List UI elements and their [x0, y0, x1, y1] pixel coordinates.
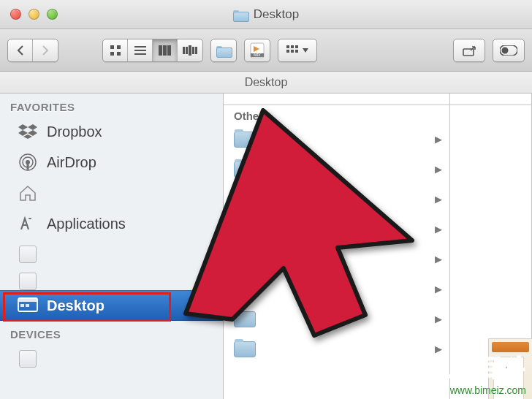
window-title: Desktop	[254, 7, 299, 22]
list-icon	[134, 45, 146, 56]
folder-icon	[234, 311, 256, 327]
applications-icon	[18, 213, 38, 234]
chevron-right-icon: ▶	[435, 284, 442, 294]
sidebar-item-airdrop[interactable]: AirDrop	[0, 147, 223, 178]
quicklook-button[interactable]: M4V	[244, 39, 270, 62]
svg-rect-2	[110, 52, 114, 56]
sidebar-item-label: Desktop	[47, 297, 104, 314]
folder-icon	[216, 45, 231, 56]
minimize-button[interactable]	[28, 9, 39, 20]
svg-rect-5	[134, 50, 146, 51]
folder-icon	[234, 132, 256, 148]
zoom-button[interactable]	[47, 9, 58, 20]
svg-rect-34	[20, 304, 24, 307]
watermark-text: 生活百科	[427, 352, 526, 384]
svg-text:M4V: M4V	[254, 53, 260, 57]
home-icon	[18, 183, 38, 203]
sidebar-section-favorites: FAVORITES	[0, 94, 223, 116]
chevron-right-icon	[41, 45, 50, 56]
chevron-left-icon	[16, 45, 25, 56]
columns-icon	[159, 45, 172, 56]
watermark: 生活百科 www.bimeiz.com	[427, 352, 526, 396]
chevron-right-icon: ▶	[435, 194, 442, 205]
sidebar-item-label: Dropbox	[47, 123, 102, 140]
svg-rect-13	[192, 47, 194, 54]
svg-rect-22	[286, 50, 289, 53]
svg-rect-3	[117, 52, 121, 56]
folder-row[interactable]: ▶	[224, 304, 449, 334]
dropbox-icon	[18, 121, 38, 142]
folder-row[interactable]: ▶	[224, 184, 449, 214]
sidebar-item-drive-1[interactable]	[0, 239, 223, 270]
folder-row[interactable]: ▶	[224, 124, 449, 154]
svg-rect-8	[163, 45, 167, 56]
traffic-lights	[10, 9, 58, 20]
svg-rect-21	[295, 45, 298, 48]
back-button[interactable]	[8, 39, 33, 61]
svg-rect-20	[291, 45, 294, 48]
drive-icon	[18, 244, 38, 265]
svg-rect-19	[286, 45, 289, 48]
folder-icon	[234, 191, 256, 208]
column-header	[450, 94, 531, 105]
folder-row[interactable]: ▶	[224, 334, 449, 364]
svg-rect-35	[26, 304, 29, 307]
svg-rect-10	[183, 47, 185, 54]
toolbar: M4V	[0, 29, 532, 72]
column-header	[224, 94, 449, 105]
drive-icon	[18, 271, 38, 290]
icon-view-button[interactable]	[103, 39, 128, 61]
sidebar: FAVORITES Dropbox AirDrop Applications	[0, 94, 224, 399]
folder-row[interactable]: ▶	[224, 154, 449, 184]
coverflow-view-button[interactable]	[178, 39, 202, 61]
column-1[interactable]: Other ▶▶▶▶▶▶▶▶	[224, 94, 450, 399]
chevron-right-icon: ▶	[435, 314, 442, 324]
svg-rect-23	[291, 50, 294, 53]
sidebar-item-label: AirDrop	[47, 154, 96, 171]
close-button[interactable]	[10, 9, 21, 20]
arrange-button[interactable]	[278, 39, 317, 62]
list-view-button[interactable]	[128, 39, 153, 61]
path-folder-button[interactable]	[210, 39, 237, 62]
m4v-file-icon: M4V	[249, 42, 265, 58]
share-icon	[462, 45, 476, 56]
folder-row[interactable]: ▶	[224, 274, 449, 304]
svg-rect-6	[134, 53, 146, 55]
sidebar-item-drive-2[interactable]	[0, 270, 223, 290]
share-button[interactable]	[453, 39, 485, 62]
title-folder-icon	[233, 9, 248, 20]
folder-row[interactable]: ▶	[224, 214, 449, 244]
chevron-right-icon: ▶	[435, 224, 442, 235]
sidebar-item-desktop[interactable]: Desktop	[0, 290, 223, 321]
tags-button[interactable]	[493, 39, 525, 62]
svg-rect-31	[27, 162, 29, 170]
nav-back-forward	[7, 39, 58, 62]
folder-icon	[234, 281, 256, 297]
airdrop-icon	[18, 152, 38, 172]
sidebar-item-dropbox[interactable]: Dropbox	[0, 116, 223, 147]
group-label: Other	[224, 105, 449, 124]
path-label: Desktop	[245, 76, 288, 89]
coverflow-icon	[183, 45, 197, 56]
view-switcher	[102, 39, 203, 62]
chevron-right-icon: ▶	[435, 134, 442, 145]
folder-row[interactable]: ▶	[224, 244, 449, 274]
watermark-url: www.bimeiz.com	[427, 384, 526, 396]
svg-rect-24	[295, 50, 298, 53]
folder-icon	[234, 251, 256, 267]
svg-rect-33	[18, 298, 37, 302]
folder-icon	[234, 221, 256, 238]
grid-icon	[110, 45, 121, 56]
chevron-right-icon: ▶	[435, 254, 442, 265]
sidebar-item-applications[interactable]: Applications	[0, 208, 223, 239]
svg-rect-7	[159, 45, 162, 56]
forward-button[interactable]	[33, 39, 58, 61]
sidebar-item-home[interactable]	[0, 178, 223, 208]
chevron-down-icon	[303, 48, 308, 53]
sidebar-item-disk[interactable]	[0, 343, 223, 374]
svg-rect-12	[189, 45, 191, 56]
window-titlebar: Desktop	[0, 0, 532, 29]
svg-rect-9	[167, 45, 171, 56]
column-view-button[interactable]	[153, 39, 178, 61]
toggle-icon	[500, 45, 517, 56]
